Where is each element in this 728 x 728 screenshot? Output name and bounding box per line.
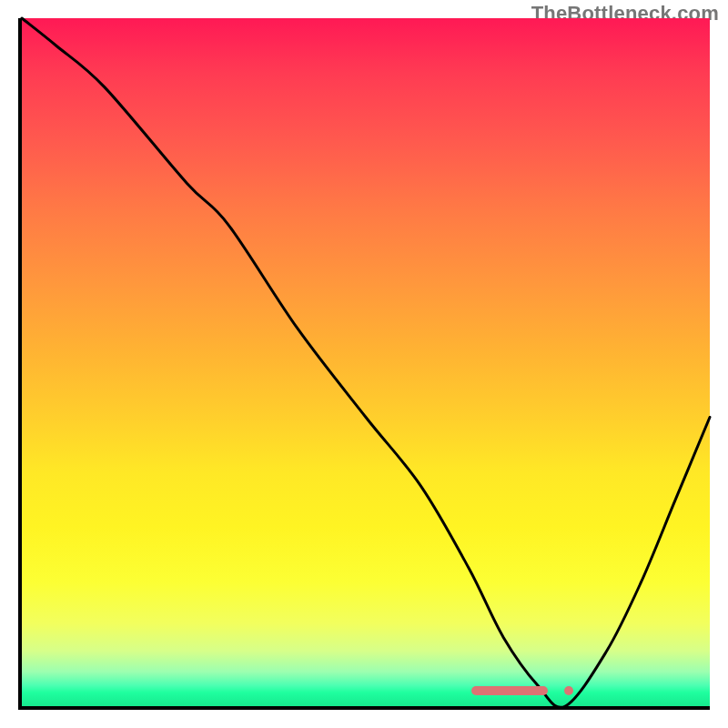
valley-marker-bar [471, 686, 548, 695]
chart-frame: TheBottleneck.com [0, 0, 728, 728]
bottleneck-curve [22, 18, 710, 706]
plot-area [18, 18, 710, 710]
curve-path [22, 18, 710, 707]
valley-marker-dot [564, 686, 573, 695]
